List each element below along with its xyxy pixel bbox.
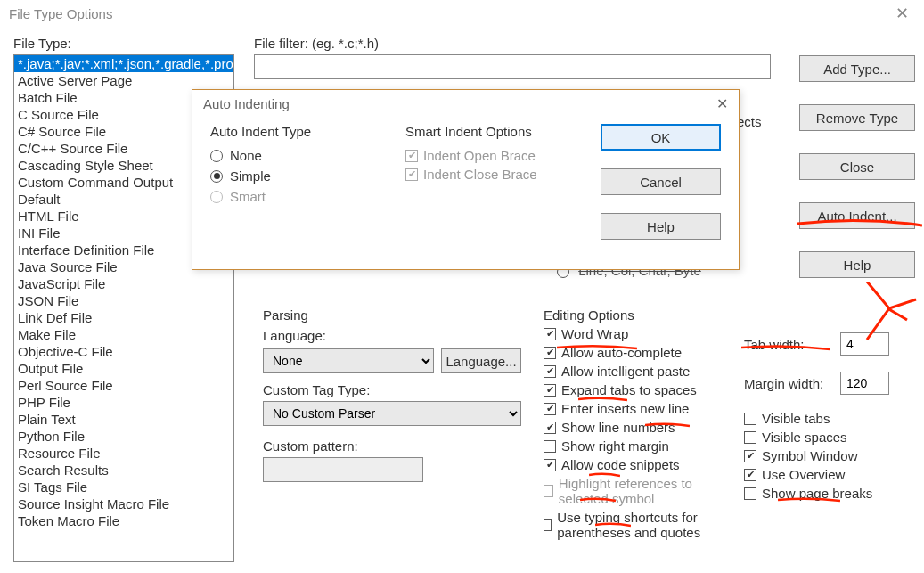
filetype-item[interactable]: Resource File	[14, 445, 233, 462]
help-button[interactable]: Help	[799, 251, 915, 278]
checkbox	[544, 485, 553, 497]
checkbox-label: Word Wrap	[561, 326, 628, 341]
margin-width-input[interactable]	[840, 372, 889, 395]
checkbox[interactable]	[544, 459, 556, 471]
editing-option-row[interactable]: Visible tabs	[744, 411, 904, 426]
filetype-item[interactable]: Perl Source File	[14, 377, 233, 394]
ok-button[interactable]: OK	[601, 124, 721, 151]
filetype-item[interactable]: Active Server Page	[14, 72, 233, 89]
checkbox[interactable]	[544, 328, 556, 340]
checkbox-label: Show line numbers	[561, 420, 675, 435]
filetype-item[interactable]: Search Results	[14, 462, 233, 479]
editing-option-row[interactable]: Allow code snippets	[544, 457, 731, 472]
filetype-item[interactable]: Plain Text	[14, 411, 233, 428]
editing-option-row[interactable]: Show line numbers	[544, 420, 731, 435]
filetype-item[interactable]: Python File	[14, 428, 233, 445]
custom-pattern-label: Custom pattern:	[263, 438, 521, 454]
checkbox-label: Use typing shortcuts for parentheses and…	[557, 510, 731, 540]
checkbox-label: Enter inserts new line	[561, 401, 689, 416]
custom-pattern-input[interactable]	[263, 457, 423, 482]
checkbox[interactable]	[744, 487, 756, 500]
remove-type-button[interactable]: Remove Type	[799, 104, 915, 131]
editing-option-row[interactable]: Use typing shortcuts for parentheses and…	[544, 510, 731, 540]
editing-option-row[interactable]: Allow intelligent paste	[544, 364, 731, 379]
filetype-item[interactable]: JSON File	[14, 292, 233, 309]
add-type-button[interactable]: Add Type...	[799, 55, 915, 82]
editing-option-row[interactable]: Enter inserts new line	[544, 401, 731, 416]
checkbox[interactable]	[744, 469, 756, 481]
checkbox[interactable]	[544, 384, 556, 397]
close-button[interactable]: Close	[799, 153, 915, 180]
checkbox[interactable]	[544, 422, 556, 434]
radio-none[interactable]	[210, 150, 223, 162]
filetype-item[interactable]: Output File	[14, 360, 233, 377]
tab-width-label: Tab width:	[744, 337, 833, 352]
language-select[interactable]: None	[263, 348, 434, 373]
projects-label-fragment: ects	[737, 114, 762, 129]
filetype-item[interactable]: Token Macro File	[14, 512, 233, 529]
editing-option-row[interactable]: Show page breaks	[744, 486, 904, 501]
checkbox[interactable]	[544, 403, 556, 415]
radio-none-row[interactable]: None	[210, 148, 405, 163]
window-titlebar: File Type Options ✕	[0, 0, 924, 27]
dialog-close-icon[interactable]: ✕	[716, 95, 728, 112]
auto-indent-button[interactable]: Auto Indent...	[799, 202, 915, 229]
filetype-item[interactable]: Make File	[14, 326, 233, 343]
checkbox[interactable]	[744, 413, 756, 425]
window-title: File Type Options	[9, 6, 888, 21]
editing-option-row[interactable]: Symbol Window	[744, 448, 904, 463]
cancel-button[interactable]: Cancel	[601, 168, 721, 195]
checkbox[interactable]	[744, 450, 756, 462]
editing-option-row[interactable]: Visible spaces	[744, 430, 904, 445]
checkbox-label: Allow intelligent paste	[561, 364, 690, 379]
cb-indent-open-brace	[405, 150, 418, 162]
checkbox[interactable]	[544, 347, 556, 359]
radio-simple-row[interactable]: Simple	[210, 168, 405, 184]
filetype-item[interactable]: PHP File	[14, 394, 233, 411]
language-button[interactable]: Language...	[441, 348, 521, 373]
filetype-item[interactable]: Link Def File	[14, 309, 233, 326]
custom-parser-select[interactable]: No Custom Parser	[263, 401, 521, 426]
checkbox-label: Allow code snippets	[561, 457, 680, 472]
radio-smart[interactable]	[210, 191, 223, 203]
filefilter-input[interactable]	[254, 54, 771, 79]
editing-option-row[interactable]: Expand tabs to spaces	[544, 382, 731, 397]
checkbox-label: Highlight references to selected symbol	[559, 476, 731, 506]
radio-simple[interactable]	[210, 170, 223, 183]
editing-options-label: Editing Options	[544, 307, 731, 323]
checkbox-label: Allow auto-complete	[561, 345, 682, 360]
checkbox-label: Show page breaks	[762, 486, 872, 501]
checkbox-label: Symbol Window	[762, 448, 858, 463]
checkbox-label: Use Overview	[762, 467, 845, 482]
dialog-help-button[interactable]: Help	[601, 213, 721, 240]
editing-option-row[interactable]: Allow auto-complete	[544, 345, 731, 360]
filetype-item[interactable]: Source Insight Macro File	[14, 495, 233, 512]
checkbox[interactable]	[544, 519, 552, 531]
checkbox[interactable]	[544, 365, 556, 378]
checkbox-label: Visible tabs	[762, 411, 830, 426]
filetype-label: File Type:	[13, 36, 234, 51]
filetype-item[interactable]: Objective-C File	[14, 343, 233, 360]
editing-option-row[interactable]: Use Overview	[744, 467, 904, 482]
filetype-item[interactable]: SI Tags File	[14, 479, 233, 495]
radio-smart-row[interactable]: Smart	[210, 189, 405, 204]
auto-indenting-dialog: Auto Indenting ✕ Auto Indent Type None S…	[192, 89, 740, 270]
window-close-icon[interactable]: ✕	[888, 4, 915, 23]
checkbox[interactable]	[544, 440, 556, 453]
filetype-item[interactable]: *.java;*.jav;*.xml;*.json,*.gradle,*.pro…	[14, 55, 233, 72]
checkbox[interactable]	[744, 431, 756, 444]
editing-option-row: Highlight references to selected symbol	[544, 476, 731, 506]
checkbox-label: Expand tabs to spaces	[561, 382, 697, 397]
language-label: Language:	[263, 328, 521, 343]
editing-option-row[interactable]: Word Wrap	[544, 326, 731, 341]
checkbox-label: Visible spaces	[762, 430, 847, 445]
smart-indent-options-label: Smart Indent Options	[405, 124, 601, 139]
filetype-item[interactable]: JavaScript File	[14, 275, 233, 292]
tab-width-input[interactable]	[840, 332, 889, 356]
margin-width-label: Margin width:	[744, 376, 833, 391]
auto-indent-type-label: Auto Indent Type	[210, 124, 405, 139]
custom-tag-type-label: Custom Tag Type:	[263, 382, 521, 397]
editing-option-row[interactable]: Show right margin	[544, 438, 731, 454]
cb-indent-close-brace	[405, 168, 418, 181]
parsing-label: Parsing	[263, 307, 521, 323]
